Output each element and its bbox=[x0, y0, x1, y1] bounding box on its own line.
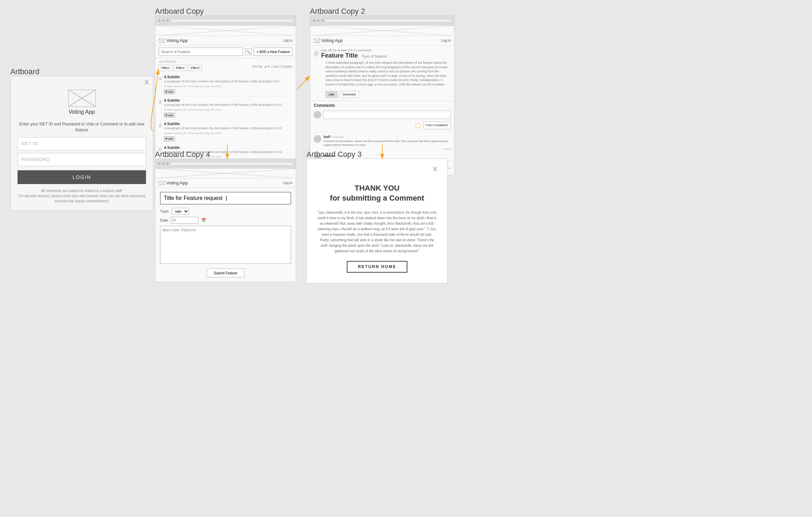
browser-dot-a3 bbox=[166, 162, 169, 165]
detail-app-name: Voting App bbox=[314, 38, 343, 43]
feature-desc-2: A paragraph of text that contains the de… bbox=[164, 103, 292, 107]
feature-subtitle-2: A Subtitle bbox=[164, 99, 292, 102]
feature-content-2: A Subtitle A paragraph of text that cont… bbox=[164, 99, 292, 118]
login-btn-label: LOGIN bbox=[73, 174, 91, 180]
sort-options[interactable]: Sort by: ▲▼ | Date | Popular bbox=[252, 65, 292, 70]
login-subtitle: Enter your NET ID and Password to Vote o… bbox=[18, 121, 146, 133]
browser-chrome-add bbox=[155, 159, 296, 169]
detail-meta: May 4th 20 ★ ●●● 0 ✉ 0 Comments bbox=[321, 49, 451, 52]
like-action-btn[interactable]: Like bbox=[325, 91, 337, 98]
netid-placeholder: NET ID bbox=[21, 141, 38, 146]
filter-btn-1[interactable]: Filter1 bbox=[159, 65, 172, 71]
browser-url-bar-add[interactable] bbox=[170, 162, 293, 165]
post-comment-btn[interactable]: POST COMMENT bbox=[424, 122, 451, 129]
feature-item-1: # A Subtitle A paragraph of text that co… bbox=[159, 73, 292, 97]
login-footnote: All comments are subject to review by a … bbox=[18, 188, 146, 204]
logo-text: Voting App bbox=[69, 109, 95, 115]
search-area: 🔍 + ADD a New Feature bbox=[155, 45, 296, 58]
submit-feature-btn[interactable]: Submit Feature bbox=[207, 268, 244, 277]
add-login-link[interactable]: Log in bbox=[283, 181, 292, 185]
svg-line-11 bbox=[159, 181, 165, 185]
password-placeholder: PASSWORD bbox=[21, 157, 50, 162]
artboard-add: Voting App Log in Topic nato Date 📅 Subm… bbox=[155, 159, 296, 282]
date-row: Date 📅 bbox=[160, 217, 291, 224]
like-btn-1[interactable]: ♥ Like bbox=[164, 89, 175, 94]
artboard-label-login: Artboard bbox=[10, 67, 39, 76]
netid-field[interactable]: NET ID bbox=[18, 137, 146, 150]
browser-dot-d1 bbox=[313, 19, 315, 22]
password-field[interactable]: PASSWORD bbox=[18, 153, 146, 166]
comment-action-btn[interactable]: Comment bbox=[340, 91, 359, 98]
feature-title-area: # May 4th 20 ★ ●●● 0 ✉ 0 Comments Featur… bbox=[310, 45, 454, 61]
svg-line-3 bbox=[159, 39, 165, 43]
hash-icon-2: # bbox=[159, 99, 162, 105]
follow-link[interactable]: Follow bbox=[443, 148, 451, 151]
date-input[interactable] bbox=[171, 217, 198, 224]
comment-text-input[interactable] bbox=[323, 111, 451, 119]
add-app-name: Voting App bbox=[159, 180, 188, 185]
artboard-label-thankyou: Artboard Copy 3 bbox=[306, 150, 362, 159]
staff-role: 5 minutes bbox=[332, 135, 344, 139]
hash-icon-3: # bbox=[159, 123, 162, 129]
feature-desc-3: A paragraph of text that contains the de… bbox=[164, 126, 292, 131]
detail-topbar: Voting App Log in bbox=[310, 36, 454, 45]
staff-comment-text: Comment on the feature, about how this c… bbox=[323, 139, 451, 147]
artboard-login: X Voting App Enter your NET ID and Passw… bbox=[10, 76, 153, 211]
list-login-link[interactable]: Log in bbox=[283, 39, 292, 42]
search-input[interactable] bbox=[159, 48, 243, 56]
like-btn-2[interactable]: ♥ Like bbox=[164, 113, 175, 118]
feature-content-1: A Subtitle A paragraph of text that cont… bbox=[164, 75, 292, 94]
feature-type-tag: Type of feature bbox=[361, 54, 386, 58]
thankyou-heading: THANK YOU for submitting a Comment bbox=[317, 183, 437, 203]
browser-url-bar-detail[interactable] bbox=[325, 19, 451, 22]
detail-header-decoration bbox=[310, 26, 455, 36]
artboard-label-add: Artboard Copy 4 bbox=[155, 150, 210, 159]
browser-dot-a1 bbox=[158, 162, 160, 165]
add-header-decoration bbox=[155, 169, 296, 178]
feature-item-2: # A Subtitle A paragraph of text that co… bbox=[159, 97, 292, 120]
add-feature-btn[interactable]: + ADD a New Feature bbox=[254, 48, 292, 56]
browser-dot-1 bbox=[158, 19, 160, 22]
filter-btn-3[interactable]: Filter3 bbox=[188, 65, 202, 71]
feature-describe-textarea[interactable] bbox=[160, 226, 291, 264]
calendar-icon[interactable]: 📅 bbox=[201, 218, 206, 223]
feature-subtitle-4: A Subtitle bbox=[164, 146, 292, 150]
hash-icon-1: # bbox=[159, 76, 162, 82]
thankyou-close-btn[interactable]: X bbox=[317, 166, 437, 173]
search-icon[interactable]: 🔍 bbox=[245, 48, 252, 55]
staff-avatar bbox=[314, 135, 321, 143]
svg-line-7 bbox=[314, 39, 320, 43]
logo-image bbox=[68, 90, 96, 107]
topic-select[interactable]: nato bbox=[172, 208, 189, 215]
feature-meta-1: ★ ●●● viewed | ✉ 0 Comments | May 4th 20… bbox=[164, 85, 292, 88]
browser-url-bar[interactable] bbox=[170, 19, 293, 22]
list-topbar: Voting App Log in bbox=[155, 36, 296, 45]
like-btn-3[interactable]: ♥ Like bbox=[164, 136, 175, 141]
comment-body-staff: Staff 5 minutes Comment on the feature, … bbox=[323, 135, 451, 151]
topic-label: Topic bbox=[160, 209, 169, 213]
feature-subtitle-1: A Subtitle bbox=[164, 75, 292, 79]
browser-dot-a2 bbox=[162, 162, 165, 165]
browser-chrome-list bbox=[155, 16, 296, 26]
detail-login-link[interactable]: Log in bbox=[441, 39, 451, 42]
comment-input-row bbox=[314, 111, 451, 122]
staff-user: Staff bbox=[323, 135, 330, 139]
browser-chrome-detail bbox=[310, 16, 454, 26]
browser-dot-d2 bbox=[317, 19, 320, 22]
return-home-btn[interactable]: RETURN HOME bbox=[347, 261, 407, 273]
artboard-label-list: Artboard Copy bbox=[155, 7, 204, 16]
feature-subtitle-3: A Subtitle bbox=[164, 122, 292, 126]
results-label: xxx Results bbox=[159, 60, 292, 63]
login-button[interactable]: LOGIN bbox=[18, 170, 146, 184]
browser-dot-3 bbox=[166, 19, 169, 22]
comment-circle-indicator bbox=[415, 123, 421, 128]
login-logo: Voting App bbox=[11, 90, 153, 115]
login-close-btn[interactable]: X bbox=[145, 79, 149, 86]
feature-title-input[interactable] bbox=[160, 192, 291, 204]
feature-meta-3: ★ ●●● viewed | ✉ 0 Comments | May 4th 20… bbox=[164, 132, 292, 135]
feature-heading: Feature Title bbox=[321, 52, 358, 59]
filter-btn-2[interactable]: Filter2 bbox=[174, 65, 187, 71]
browser-dot-d3 bbox=[321, 19, 324, 22]
feature-title-col: May 4th 20 ★ ●●● 0 ✉ 0 Comments Feature … bbox=[321, 49, 451, 59]
list-app-name: Voting App bbox=[159, 38, 188, 43]
